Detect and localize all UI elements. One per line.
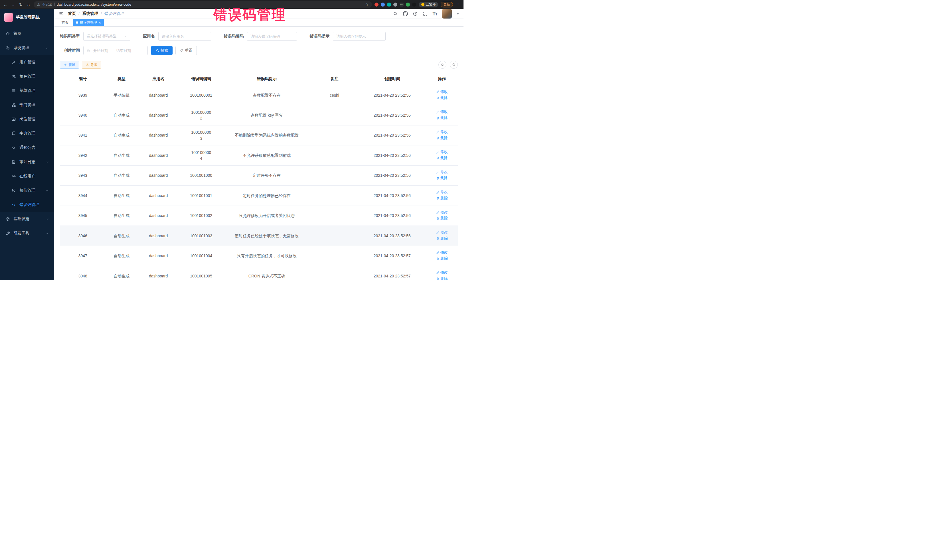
tab-error-code[interactable]: 错误码管理 × <box>73 19 104 26</box>
create-time-range[interactable]: - <box>83 46 148 55</box>
delete-link[interactable]: 删除 <box>436 216 448 221</box>
search-button[interactable]: 搜索 <box>151 46 173 55</box>
browser-menu-icon[interactable]: ⋮ <box>456 2 460 7</box>
hamburger-icon[interactable] <box>59 11 64 16</box>
table-row: 3939手动编辑dashboard1001000001参数配置不存在ceshi2… <box>60 85 458 105</box>
sidebar-item[interactable]: 短信管理 <box>0 183 54 197</box>
app-name-input[interactable] <box>158 32 211 41</box>
edit-link[interactable]: 修改 <box>436 89 448 95</box>
tab-home[interactable]: 首页 <box>59 19 71 26</box>
delete-link[interactable]: 删除 <box>436 256 448 261</box>
sidebar-item-label: 岗位管理 <box>20 117 35 122</box>
sidebar-item[interactable]: 通知公告 <box>0 141 54 155</box>
date-separator: - <box>111 49 112 53</box>
chevron-down-icon <box>46 161 49 164</box>
navbar-actions: TT <box>393 9 459 18</box>
caret-down-icon[interactable] <box>457 13 459 15</box>
search-icon[interactable] <box>393 11 398 16</box>
error-type-select[interactable]: 请选择错误码类型 <box>83 32 130 41</box>
extension-icon[interactable] <box>387 3 391 6</box>
sidebar-item[interactable]: 基础设施 <box>0 212 54 226</box>
cell-id: 3940 <box>60 105 106 125</box>
reset-button[interactable]: 重置 <box>175 46 197 55</box>
edit-link[interactable]: 修改 <box>436 109 448 115</box>
browser-home-icon[interactable]: ⌂ <box>26 2 31 7</box>
document-icon <box>11 160 16 164</box>
sidebar-item[interactable]: 研发工具 <box>0 226 54 240</box>
filter-label-time: 创建时间 <box>60 48 80 53</box>
add-button[interactable]: 新增 <box>60 61 79 69</box>
user-avatar[interactable] <box>442 9 452 18</box>
table-row: 3946自动生成dashboard1001001003定时任务已经处于该状态，无… <box>60 226 458 246</box>
sidebar-item[interactable]: 错误码管理 <box>0 197 54 212</box>
sidebar-item[interactable]: 用户管理 <box>0 55 54 69</box>
extension-icon[interactable] <box>406 3 410 6</box>
cell-code: 1001000001 <box>179 85 223 105</box>
end-date-input[interactable] <box>114 49 133 53</box>
breadcrumb-item-system[interactable]: 系统管理 <box>82 11 98 16</box>
edit-link[interactable]: 修改 <box>436 230 448 235</box>
breadcrumb-item-home[interactable]: 首页 <box>68 11 76 16</box>
sidebar-item[interactable]: 字典管理 <box>0 126 54 141</box>
edit-link[interactable]: 修改 <box>436 190 448 195</box>
logo[interactable]: 芋道管理系统 <box>0 9 54 26</box>
font-size-icon[interactable]: TT <box>433 11 438 16</box>
user-icon <box>11 60 16 64</box>
delete-link[interactable]: 删除 <box>436 135 448 141</box>
github-icon[interactable] <box>403 11 408 16</box>
refresh-table-button[interactable] <box>450 61 458 69</box>
box-icon <box>5 217 10 221</box>
sidebar-item[interactable]: 首页 <box>0 27 54 41</box>
sidebar-item[interactable]: 岗位管理 <box>0 112 54 126</box>
edit-link[interactable]: 修改 <box>436 250 448 255</box>
sidebar-item[interactable]: 系统管理 <box>0 41 54 55</box>
sidebar-item[interactable]: 部门管理 <box>0 98 54 112</box>
fullscreen-icon[interactable] <box>423 11 428 16</box>
plus-icon <box>64 63 67 67</box>
extension-icon[interactable] <box>374 3 378 6</box>
edit-link[interactable]: 修改 <box>436 129 448 135</box>
logo-image <box>4 13 13 22</box>
close-icon[interactable]: × <box>99 21 101 24</box>
edit-link[interactable]: 修改 <box>436 149 448 155</box>
delete-link[interactable]: 删除 <box>436 276 448 280</box>
cell-created: 2021-04-20 23:52:56 <box>358 125 426 145</box>
error-msg-input[interactable] <box>333 32 386 41</box>
extension-icon[interactable] <box>412 3 416 6</box>
delete-link[interactable]: 删除 <box>436 155 448 161</box>
update-button[interactable]: 更新 <box>441 2 453 8</box>
back-icon[interactable]: ← <box>3 2 8 7</box>
tree-icon <box>11 103 16 107</box>
cell-memo: ceshi <box>311 85 358 105</box>
delete-icon <box>436 257 439 260</box>
error-code-input[interactable] <box>247 32 297 41</box>
start-date-input[interactable] <box>91 49 110 53</box>
edit-link[interactable]: 修改 <box>436 210 448 215</box>
sidebar-item-label: 基础设施 <box>14 216 29 222</box>
sidebar-item[interactable]: 角色管理 <box>0 69 54 83</box>
reload-icon[interactable]: ↻ <box>18 2 23 7</box>
delete-link[interactable]: 删除 <box>436 236 448 241</box>
toggle-search-button[interactable] <box>438 61 447 69</box>
edit-link[interactable]: 修改 <box>436 170 448 175</box>
delete-link[interactable]: 删除 <box>436 196 448 201</box>
sidebar-item[interactable]: 在线用户 <box>0 169 54 183</box>
forward-icon[interactable]: → <box>11 2 16 7</box>
delete-link[interactable]: 删除 <box>436 95 448 101</box>
bookmark-star-icon[interactable]: ☆ <box>365 2 369 6</box>
extension-icon[interactable] <box>393 3 397 6</box>
cell-created: 2021-04-20 23:52:56 <box>358 105 426 125</box>
edit-link[interactable]: 修改 <box>436 270 448 275</box>
export-button[interactable]: 导出 <box>82 61 101 69</box>
extension-icon[interactable] <box>381 3 385 6</box>
cell-type: 手动编辑 <box>106 85 137 105</box>
delete-link[interactable]: 删除 <box>436 175 448 181</box>
delete-link[interactable]: 删除 <box>436 115 448 121</box>
extension-icon[interactable]: on <box>400 3 404 6</box>
cell-msg: 参数配置 key 重复 <box>223 105 311 125</box>
sidebar-item[interactable]: 菜单管理 <box>0 83 54 98</box>
address-bar[interactable]: ⚠ 不安全 dashboard.yudao.iocoder.cn/system/… <box>33 1 372 8</box>
help-icon[interactable] <box>413 11 418 16</box>
sidebar-item[interactable]: 审计日志 <box>0 155 54 169</box>
paused-badge[interactable]: 已暂停 <box>419 2 438 8</box>
